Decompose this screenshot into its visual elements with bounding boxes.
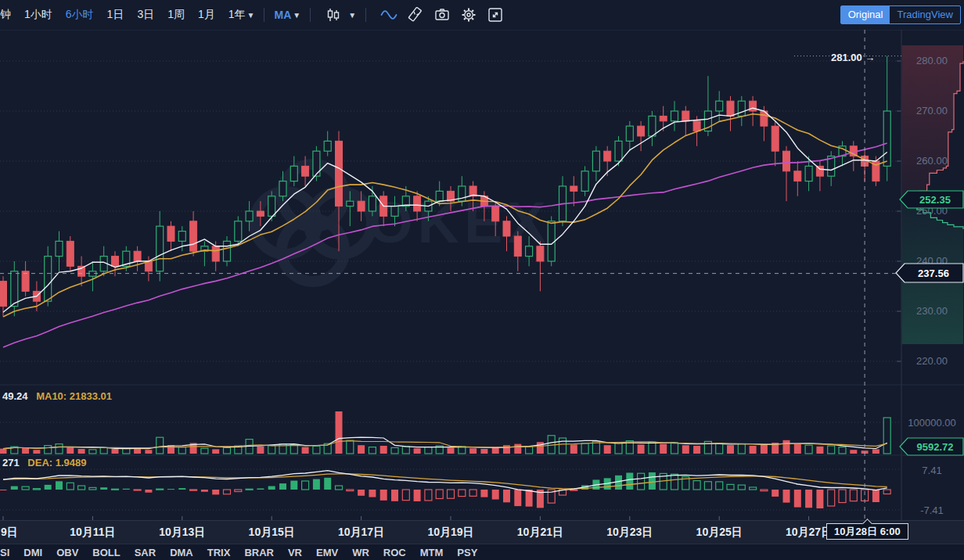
ma-indicator-button[interactable]: MA — [274, 9, 291, 21]
timeframe-1日[interactable]: 1日 — [107, 8, 124, 22]
toolbar-divider — [310, 8, 311, 22]
indicator-tab-VR[interactable]: VR — [288, 547, 302, 558]
trading-chart-app: 钟1小时6小时1日3日1周1月1年 ▼ MA ▼ ▼ — [0, 0, 964, 560]
indicator-tab-TRIX[interactable]: TRIX — [207, 547, 231, 558]
date-tick-10月23日: 10月23日 — [606, 526, 653, 540]
indicator-tab-ROC[interactable]: ROC — [383, 547, 406, 558]
timeframe-list: 钟1小时6小时1日3日1周1月1年 — [0, 8, 246, 22]
fullscreen-expand-icon[interactable] — [485, 5, 505, 25]
settings-gear-icon[interactable] — [459, 5, 479, 25]
indicator-tab-BOLL[interactable]: BOLL — [92, 547, 120, 558]
mode-option-tradingview[interactable]: TradingView — [890, 6, 960, 23]
date-tick-10月25日: 10月25日 — [696, 526, 743, 540]
indicator-tab-WR[interactable]: WR — [352, 547, 369, 558]
timeframe-钟[interactable]: 钟 — [0, 8, 11, 22]
indicator-tab-bar: SIDMIOBVBOLLSARDMATRIXBRARVREMVWRROCMTMP… — [0, 544, 964, 560]
date-tick-10月21日: 10月21日 — [517, 526, 563, 540]
indicator-tab-EMV[interactable]: EMV — [316, 547, 338, 558]
indicator-tab-PSY[interactable]: PSY — [457, 547, 477, 558]
date-tick-10月15日: 10月15日 — [249, 526, 295, 540]
candlestick-style-icon[interactable] — [323, 5, 344, 25]
indicator-tab-MTM[interactable]: MTM — [420, 547, 444, 558]
line-chart-icon[interactable] — [379, 5, 399, 25]
indicator-tab-DMI[interactable]: DMI — [23, 547, 42, 558]
style-chevron-down-icon[interactable]: ▼ — [348, 11, 356, 20]
screenshot-camera-icon[interactable] — [432, 5, 452, 25]
date-tick-10月17日: 10月17日 — [338, 526, 384, 540]
toolbar-divider — [365, 8, 366, 22]
indicator-tab-OBV[interactable]: OBV — [56, 547, 78, 558]
indicator-tab-SAR[interactable]: SAR — [135, 547, 156, 558]
chart-mode-toggle: OriginalTradingView — [840, 5, 961, 24]
toolbar-divider — [264, 8, 264, 22]
candlestick-chart[interactable]: OKEX — [0, 30, 964, 520]
timeframe-chevron-down-icon[interactable]: ▼ — [247, 11, 255, 20]
indicator-tab-BRAR[interactable]: BRAR — [244, 547, 274, 558]
ma-chevron-down-icon[interactable]: ▼ — [293, 11, 300, 20]
mode-option-original[interactable]: Original — [841, 6, 890, 23]
crosshair-time-tooltip: 10月28日 6:00 — [826, 523, 908, 540]
timeframe-1小时[interactable]: 1小时 — [24, 8, 52, 22]
timeframe-1月[interactable]: 1月 — [198, 8, 215, 22]
date-tick-10月27日: 10月27日 — [786, 526, 832, 540]
date-tick-10月19日: 10月19日 — [427, 526, 473, 540]
timeframe-1周[interactable]: 1周 — [167, 8, 185, 22]
drawing-tools-ruler-icon[interactable] — [405, 5, 426, 25]
date-tick-9日: 9日 — [1, 526, 18, 540]
indicator-tab-DMA[interactable]: DMA — [170, 547, 193, 558]
chart-toolbar: 钟1小时6小时1日3日1周1月1年 ▼ MA ▼ ▼ — [0, 0, 964, 31]
indicator-tab-SI[interactable]: SI — [0, 547, 9, 558]
timeframe-1年[interactable]: 1年 — [228, 8, 246, 22]
timeframe-3日[interactable]: 3日 — [137, 8, 154, 22]
date-tick-10月13日: 10月13日 — [159, 526, 205, 540]
timeframe-6小时[interactable]: 6小时 — [66, 8, 94, 22]
date-tick-10月11日: 10月11日 — [70, 526, 115, 540]
time-axis[interactable]: 9日10月11日10月13日10月15日10月17日10月19日10月21日10… — [0, 520, 964, 544]
